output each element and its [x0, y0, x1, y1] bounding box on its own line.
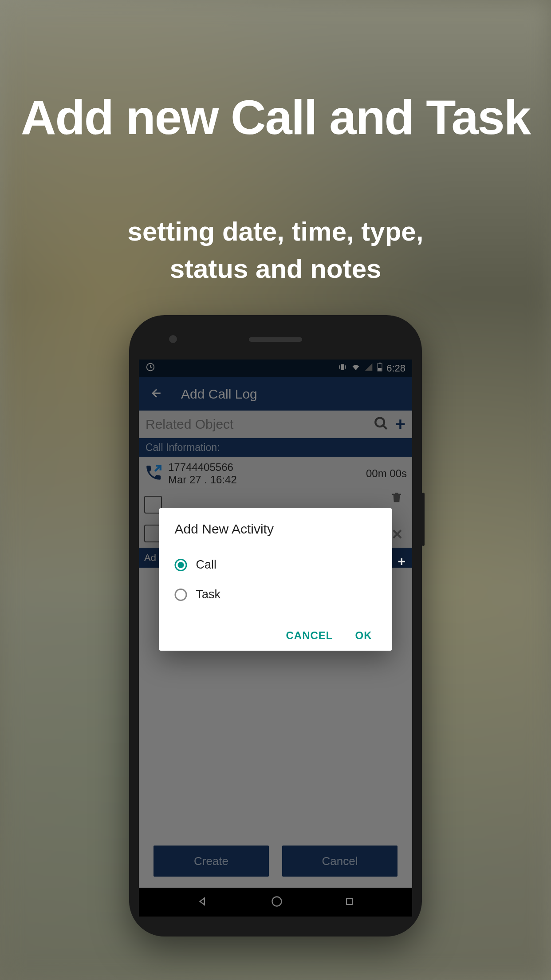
add-activity-dialog: Add New Activity Call Task CANCEL OK — [159, 508, 392, 651]
close-icon[interactable]: ✕ — [391, 526, 403, 543]
promo-subtitle-line1: setting date, time, type, — [0, 213, 551, 250]
phone-screen: 6:28 Add Call Log Related Object + Call … — [139, 360, 412, 917]
radio-selected-icon — [175, 559, 187, 571]
dialog-cancel-button[interactable]: CANCEL — [286, 629, 333, 642]
radio-unselected-icon — [175, 589, 187, 601]
dialog-title: Add New Activity — [175, 522, 377, 537]
phone-side-button — [422, 493, 425, 546]
phone-frame: 6:28 Add Call Log Related Object + Call … — [129, 315, 422, 937]
phone-speaker — [249, 337, 302, 342]
radio-label-call: Call — [196, 558, 217, 572]
phone-camera — [169, 335, 177, 343]
radio-option-task[interactable]: Task — [175, 580, 377, 609]
promo-subtitle: setting date, time, type, status and not… — [0, 213, 551, 288]
promo-subtitle-line2: status and notes — [0, 250, 551, 288]
dialog-actions: CANCEL OK — [175, 629, 377, 642]
radio-option-call[interactable]: Call — [175, 550, 377, 580]
addon-plus-icon[interactable]: + — [398, 554, 405, 569]
radio-label-task: Task — [196, 588, 221, 601]
promo-title: Add new Call and Task — [0, 89, 551, 145]
trash-icon[interactable] — [390, 490, 403, 506]
dialog-ok-button[interactable]: OK — [355, 629, 372, 642]
